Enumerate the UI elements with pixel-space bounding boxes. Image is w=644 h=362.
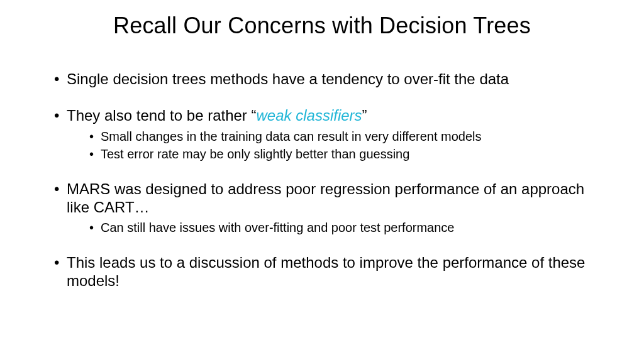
bullet-1: Single decision trees methods have a ten… bbox=[54, 70, 606, 88]
bullet-4-text: This leads us to a discussion of methods… bbox=[67, 254, 585, 288]
bullet-2-emph: weak classifiers bbox=[257, 107, 362, 124]
bullet-3-sub-1-text: Can still have issues with over-fitting … bbox=[101, 221, 455, 234]
bullet-3: MARS was designed to address poor regres… bbox=[54, 180, 606, 235]
bullet-2-sublist: Small changes in the training data can r… bbox=[67, 129, 606, 162]
bullet-list: Single decision trees methods have a ten… bbox=[54, 70, 606, 290]
bullet-2-pre: They also tend to be rather “ bbox=[67, 107, 257, 124]
bullet-2-sub-2: Test error rate may be only slightly bet… bbox=[89, 146, 606, 162]
bullet-3-sub-1: Can still have issues with over-fitting … bbox=[89, 220, 606, 235]
bullet-1-text: Single decision trees methods have a ten… bbox=[67, 70, 509, 87]
bullet-4: This leads us to a discussion of methods… bbox=[54, 254, 606, 290]
bullet-3-sublist: Can still have issues with over-fitting … bbox=[67, 220, 606, 235]
bullet-2-sub-1: Small changes in the training data can r… bbox=[89, 129, 606, 144]
bullet-2: They also tend to be rather “weak classi… bbox=[54, 107, 606, 162]
bullet-3-text: MARS was designed to address poor regres… bbox=[67, 180, 584, 215]
slide-title: Recall Our Concerns with Decision Trees bbox=[0, 13, 644, 39]
bullet-2-sub-1-text: Small changes in the training data can r… bbox=[101, 129, 482, 143]
slide: Recall Our Concerns with Decision Trees … bbox=[0, 0, 644, 362]
slide-body: Single decision trees methods have a ten… bbox=[54, 70, 606, 309]
bullet-2-post: ” bbox=[362, 107, 367, 124]
bullet-2-sub-2-text: Test error rate may be only slightly bet… bbox=[101, 147, 409, 161]
